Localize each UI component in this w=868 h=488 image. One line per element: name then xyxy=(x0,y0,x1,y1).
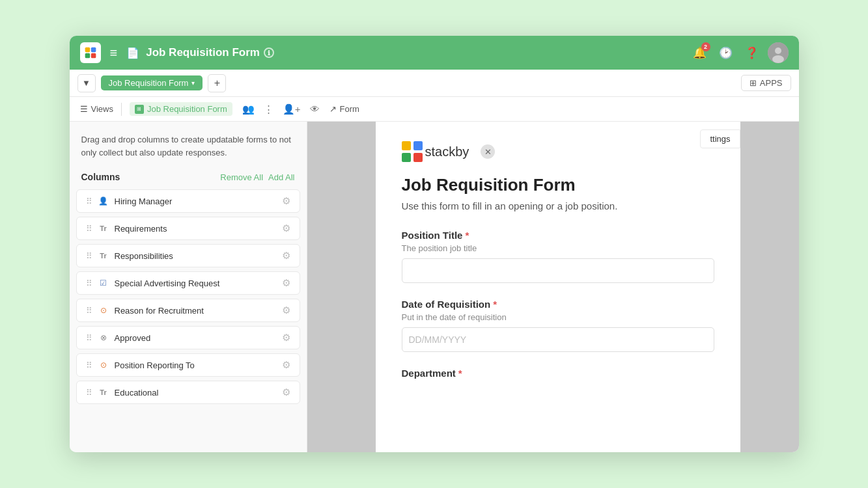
text-type-icon: Tr xyxy=(98,386,109,398)
column-item-requirements[interactable]: ⠿ Tr Requirements ⚙ xyxy=(76,217,300,240)
form-tab[interactable]: ↗ Form xyxy=(329,104,359,114)
col-name: Requirements xyxy=(115,224,277,234)
drag-handle-icon: ⠿ xyxy=(86,251,92,261)
col-name: Approved xyxy=(115,333,277,343)
columns-header: Columns Remove All Add All xyxy=(70,167,307,187)
stackby-name: stackby xyxy=(425,144,469,159)
required-star: * xyxy=(465,230,469,241)
column-item-educational[interactable]: ⠿ Tr Educational ⚙ xyxy=(76,381,300,404)
collapse-button[interactable]: ▼ xyxy=(77,74,96,92)
tab-job-requisition[interactable]: ⊞ Job Requisition Form xyxy=(130,102,232,116)
main-area: Drag and drop columns to create updatabl… xyxy=(70,122,799,452)
topbar-title: Job Requisition Form ℹ xyxy=(146,46,274,59)
col-name: Responsibilities xyxy=(115,251,277,261)
col-name: Reason for Recruitment xyxy=(115,306,277,316)
col-name: Educational xyxy=(115,388,277,398)
column-item-reason-recruitment[interactable]: ⠿ ⊙ Reason for Recruitment ⚙ xyxy=(76,299,300,322)
svg-rect-9 xyxy=(402,153,411,162)
app-logo[interactable] xyxy=(80,42,101,63)
left-sidebar: Drag and drop columns to create updatabl… xyxy=(70,122,307,452)
svg-rect-8 xyxy=(413,141,423,150)
text-type-icon: Tr xyxy=(98,223,109,234)
viewsbar-actions: 👥 ⋮ 👤+ 👁 xyxy=(240,102,322,117)
menu-icon[interactable]: ≡ xyxy=(107,43,120,63)
stackby-logo: stackby xyxy=(402,141,469,162)
svg-rect-1 xyxy=(91,47,96,53)
option-type-icon: ⊙ xyxy=(98,359,109,371)
add-all-button[interactable]: Add All xyxy=(268,172,294,182)
info-icon[interactable]: ℹ xyxy=(264,47,274,58)
share-icon: ↗ xyxy=(329,104,337,114)
col-settings-icon[interactable]: ⚙ xyxy=(282,277,290,289)
required-star: * xyxy=(458,368,462,379)
gray-divider-right xyxy=(740,122,799,452)
col-settings-icon[interactable]: ⚙ xyxy=(282,195,290,207)
drag-handle-icon: ⠿ xyxy=(86,197,92,206)
sidebar-hint: Drag and drop columns to create updatabl… xyxy=(70,122,307,167)
column-item-special-advertising[interactable]: ⠿ ☑ Special Advertising Request ⚙ xyxy=(76,271,300,295)
drag-handle-icon: ⠿ xyxy=(86,388,92,398)
notification-button[interactable]: 🔔 2 xyxy=(690,42,710,63)
doc-icon: 📄 xyxy=(126,47,139,59)
field-label-position-title: Position Title * xyxy=(402,230,714,241)
secondbar: ▼ Job Requisition Form ▾ + ⊞ APPS xyxy=(70,70,799,97)
option-type-icon: ⊙ xyxy=(98,305,109,316)
main-window: ≡ 📄 Job Requisition Form ℹ 🔔 2 🕑 ❓ ▼ xyxy=(70,36,799,452)
add-tab-button[interactable]: + xyxy=(208,74,226,92)
field-date-requisition: Date of Requisition * Put in the date of… xyxy=(402,299,714,352)
position-title-input[interactable] xyxy=(402,258,714,283)
close-logo-button[interactable]: ✕ xyxy=(481,144,495,159)
date-requisition-input[interactable] xyxy=(402,327,714,352)
col-settings-icon[interactable]: ⚙ xyxy=(282,223,290,234)
views-label: ☰ Views xyxy=(80,104,113,114)
grid-icon: ⊞ xyxy=(135,105,144,114)
col-settings-icon[interactable]: ⚙ xyxy=(282,359,290,371)
column-item-responsibilities[interactable]: ⠿ Tr Responsibilities ⚙ xyxy=(76,244,300,267)
help-button[interactable]: ❓ xyxy=(742,42,763,63)
col-settings-icon[interactable]: ⚙ xyxy=(282,332,290,344)
required-star: * xyxy=(493,299,497,310)
apps-grid-icon: ⊞ xyxy=(749,78,757,88)
remove-all-button[interactable]: Remove All xyxy=(220,172,263,182)
svg-rect-10 xyxy=(413,153,423,162)
check-type-icon: ☑ xyxy=(98,277,109,289)
views-grid-icon: ☰ xyxy=(80,104,88,114)
field-hint-position-title: The position job title xyxy=(402,243,714,253)
user-avatar[interactable] xyxy=(768,42,789,63)
notification-badge: 2 xyxy=(701,42,710,51)
field-position-title: Position Title * The position job title xyxy=(402,230,714,283)
columns-title: Columns xyxy=(81,172,216,182)
topbar: ≡ 📄 Job Requisition Form ℹ 🔔 2 🕑 ❓ xyxy=(70,36,799,70)
col-name: Position Reporting To xyxy=(115,360,277,370)
views-divider xyxy=(121,103,122,116)
col-settings-icon[interactable]: ⚙ xyxy=(282,305,290,316)
svg-point-6 xyxy=(772,55,784,63)
settings-button[interactable]: ttings xyxy=(700,129,740,148)
col-settings-icon[interactable]: ⚙ xyxy=(282,250,290,262)
column-item-hiring-manager[interactable]: ⠿ 👤 Hiring Manager ⚙ xyxy=(76,189,300,213)
field-department: Department * xyxy=(402,368,714,379)
approved-type-icon: ⊗ xyxy=(98,332,109,344)
drag-handle-icon: ⠿ xyxy=(86,278,92,288)
topbar-right: 🔔 2 🕑 ❓ xyxy=(690,42,789,63)
share-people-icon[interactable]: 👤+ xyxy=(281,102,303,117)
col-name: Special Advertising Request xyxy=(115,278,277,288)
column-item-position-reporting[interactable]: ⠿ ⊙ Position Reporting To ⚙ xyxy=(76,353,300,377)
svg-rect-7 xyxy=(402,141,411,150)
active-tab[interactable]: Job Requisition Form ▾ xyxy=(101,75,203,90)
svg-point-5 xyxy=(775,47,781,54)
drag-handle-icon: ⠿ xyxy=(86,333,92,343)
more-options-icon[interactable]: ⋮ xyxy=(262,102,275,117)
form-subtitle: Use this form to fill in an opening or a… xyxy=(402,200,714,211)
svg-rect-2 xyxy=(85,53,90,59)
svg-rect-0 xyxy=(85,47,90,53)
user-type-icon: 👤 xyxy=(98,195,109,207)
svg-rect-3 xyxy=(91,53,96,59)
people-icon[interactable]: 👥 xyxy=(240,102,257,117)
eye-icon[interactable]: 👁 xyxy=(308,102,322,116)
col-settings-icon[interactable]: ⚙ xyxy=(282,386,290,398)
apps-button[interactable]: ⊞ APPS xyxy=(741,75,791,91)
history-button[interactable]: 🕑 xyxy=(716,42,736,63)
column-item-approved[interactable]: ⠿ ⊗ Approved ⚙ xyxy=(76,326,300,349)
field-label-department: Department * xyxy=(402,368,714,379)
